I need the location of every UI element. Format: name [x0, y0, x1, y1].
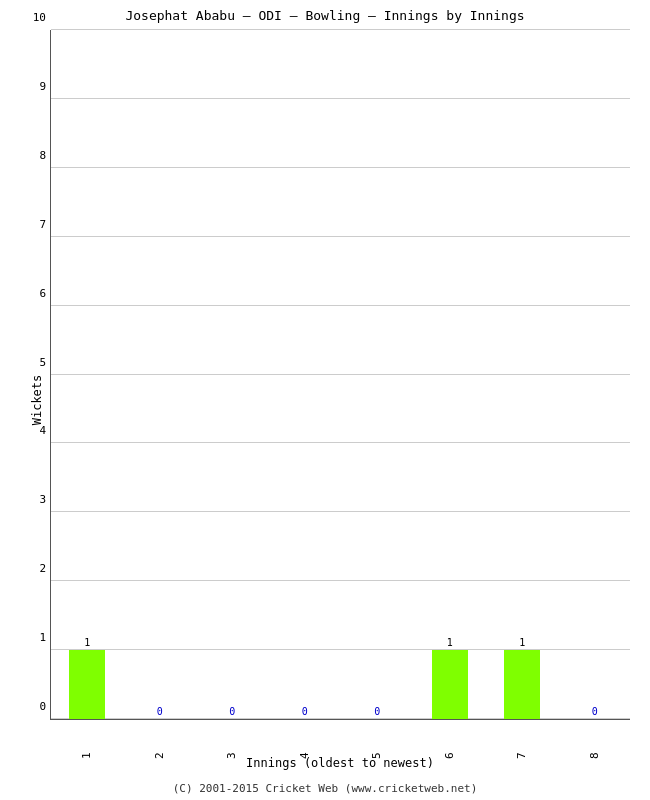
footer: (C) 2001-2015 Cricket Web (www.cricketwe… [0, 782, 650, 795]
bar-value-label: 1 [447, 637, 453, 648]
grid-line [51, 29, 630, 30]
y-axis-tick-label: 4 [26, 424, 46, 437]
y-axis-tick-label: 1 [26, 631, 46, 644]
bar-group: 0 [214, 706, 250, 719]
y-axis-tick-label: 5 [26, 355, 46, 368]
bar [432, 650, 468, 719]
x-axis-tick-label: 8 [558, 745, 631, 767]
grid-line [51, 236, 630, 237]
bar [69, 650, 105, 719]
y-axis-tick-label: 9 [26, 79, 46, 92]
grid-line [51, 374, 630, 375]
bar-group: 0 [359, 706, 395, 719]
grid-line [51, 98, 630, 99]
grid-line [51, 305, 630, 306]
bar-value-label: 0 [592, 706, 598, 717]
grid-line [51, 649, 630, 650]
y-axis-tick-label: 6 [26, 286, 46, 299]
bar-group: 0 [142, 706, 178, 719]
grid-line [51, 718, 630, 719]
x-axis-tick-label: 6 [413, 745, 486, 767]
bar-value-label: 0 [374, 706, 380, 717]
x-axis-tick-label: 2 [123, 745, 196, 767]
bar-value-label: 0 [229, 706, 235, 717]
bar-group: 0 [287, 706, 323, 719]
y-axis-tick-label: 2 [26, 562, 46, 575]
x-labels-container: 12345678 [50, 745, 630, 770]
x-axis-tick-label: 4 [268, 745, 341, 767]
bar-value-label: 0 [157, 706, 163, 717]
y-axis-title: Wickets [30, 375, 44, 426]
chart-area: 01234567891010000110 [50, 30, 630, 720]
y-axis-tick-label: 3 [26, 493, 46, 506]
y-axis-tick-label: 0 [26, 700, 46, 713]
x-axis-tick-label: 3 [195, 745, 268, 767]
bar-group: 1 [504, 637, 540, 719]
bar-value-label: 0 [302, 706, 308, 717]
x-axis-tick-label: 1 [50, 745, 123, 767]
grid-line [51, 442, 630, 443]
y-axis-tick-label: 7 [26, 217, 46, 230]
x-axis-tick-label: 5 [340, 745, 413, 767]
grid-line [51, 511, 630, 512]
x-axis-tick-label: 7 [485, 745, 558, 767]
bar-group: 0 [577, 706, 613, 719]
chart-title: Josephat Ababu – ODI – Bowling – Innings… [0, 0, 650, 27]
grid-line [51, 580, 630, 581]
bar-group: 1 [69, 637, 105, 719]
y-axis-tick-label: 10 [26, 11, 46, 24]
grid-line [51, 167, 630, 168]
chart-container: Josephat Ababu – ODI – Bowling – Innings… [0, 0, 650, 800]
bar-group: 1 [432, 637, 468, 719]
bar [504, 650, 540, 719]
y-axis-tick-label: 8 [26, 148, 46, 161]
bar-value-label: 1 [84, 637, 90, 648]
bar-value-label: 1 [519, 637, 525, 648]
